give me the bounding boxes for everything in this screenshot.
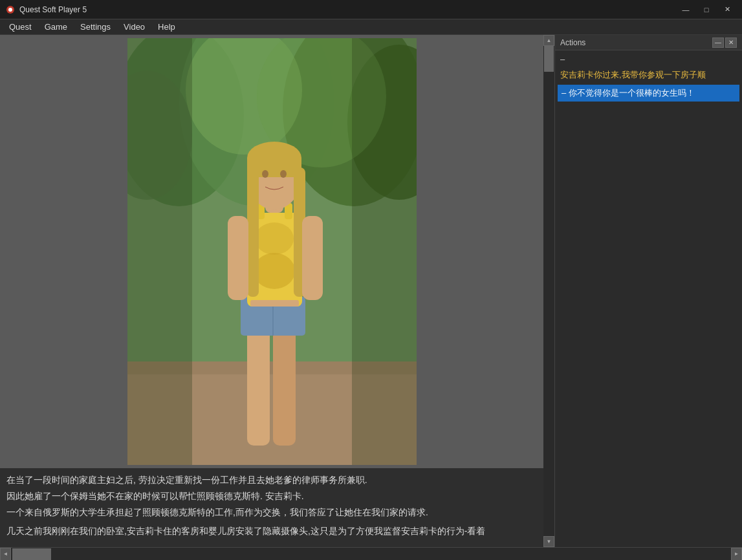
scroll-right-button[interactable]: ► (731, 548, 742, 561)
scroll-right-arrow: ► (734, 551, 739, 557)
svg-rect-33 (352, 38, 417, 465)
game-image (127, 38, 417, 465)
scroll-down-button[interactable]: ▼ (543, 536, 554, 547)
actions-content: – 安吉莉卡你过来,我带你参观一下房子顺 – 你不觉得你是一个很棒的女生吗！ (555, 50, 742, 547)
scroll-down-arrow: ▼ (547, 539, 552, 544)
svg-point-31 (280, 170, 287, 178)
app-icon (5, 5, 16, 15)
main-container: 在当了一段时间的家庭主妇之后, 劳拉决定重新找一份工作并且去她老爹的律师事务所兼… (0, 35, 742, 547)
svg-rect-27 (247, 158, 301, 177)
minimize-button[interactable]: — (676, 3, 695, 16)
actions-minimize-button[interactable]: — (712, 38, 724, 48)
scroll-thumb[interactable] (544, 46, 554, 72)
story-paragraph-4: 几天之前我刚刚在我们的卧室,安吉莉卡住的客房和婴儿房安装了隐藏摄像头,这只是为了… (6, 524, 537, 538)
scroll-up-arrow: ▲ (547, 38, 552, 43)
scroll-left-button[interactable]: ◄ (0, 548, 11, 561)
window-controls: — □ ✕ (676, 3, 737, 16)
menu-item-settings[interactable]: Settings (74, 19, 117, 34)
title-bar: Quest Soft Player 5 — □ ✕ (0, 0, 742, 19)
maximize-button[interactable]: □ (697, 3, 716, 16)
svg-point-18 (254, 253, 295, 289)
action-dash: – (558, 53, 739, 65)
scroll-left-arrow: ◄ (3, 551, 8, 557)
story-text: 在当了一段时间的家庭主妇之后, 劳拉决定重新找一份工作并且去她老爹的律师事务所兼… (0, 468, 543, 547)
svg-rect-29 (302, 216, 323, 300)
story-paragraph-2: 因此她雇了一个保姆当她不在家的时候可以帮忙照顾顿德克斯特. 安吉莉卡. (6, 490, 537, 503)
actions-header-buttons: — ✕ (712, 38, 737, 48)
svg-rect-21 (250, 300, 299, 307)
actions-header: Actions — ✕ (555, 35, 742, 50)
menu-item-help[interactable]: Help (151, 19, 182, 34)
actions-close-button[interactable]: ✕ (725, 38, 737, 48)
left-scrollbar: ▲ ▼ (543, 35, 554, 547)
bottom-scrollbar: ◄ ► (0, 547, 742, 560)
menu-item-quest[interactable]: Quest (3, 19, 38, 34)
left-panel: 在当了一段时间的家庭主妇之后, 劳拉决定重新找一份工作并且去她老爹的律师事务所兼… (0, 35, 543, 547)
story-paragraph-1: 在当了一段时间的家庭主妇之后, 劳拉决定重新找一份工作并且去她老爹的律师事务所兼… (6, 473, 537, 487)
actions-title: Actions (560, 38, 712, 47)
image-area (0, 35, 543, 468)
story-paragraph-3: 一个来自俄罗斯的大学生承担起了照顾顿德克斯特的工作,而作为交换，我们答应了让她住… (6, 506, 537, 519)
menu-item-game[interactable]: Game (38, 19, 74, 34)
menu-item-video[interactable]: Video (117, 19, 151, 34)
window-title: Quest Soft Player 5 (19, 5, 676, 14)
svg-point-1 (8, 8, 12, 12)
scroll-up-button[interactable]: ▲ (543, 35, 554, 46)
svg-rect-32 (127, 38, 192, 465)
svg-rect-24 (247, 167, 259, 297)
actions-panel: Actions — ✕ – 安吉莉卡你过来,我带你参观一下房子顺 – 你不觉得你… (554, 35, 742, 547)
h-scroll-thumb[interactable] (12, 548, 51, 560)
svg-point-30 (262, 170, 268, 178)
h-scroll-track[interactable] (11, 548, 731, 560)
menu-bar: Quest Game Settings Video Help (0, 19, 742, 35)
svg-rect-28 (228, 216, 248, 300)
action-selected-item[interactable]: – 你不觉得你是一个很棒的女生吗！ (558, 85, 739, 102)
action-normal-text: 安吉莉卡你过来,我带你参观一下房子顺 (558, 68, 739, 82)
close-button[interactable]: ✕ (717, 3, 737, 16)
scroll-track[interactable] (543, 46, 554, 536)
svg-point-17 (255, 222, 294, 255)
